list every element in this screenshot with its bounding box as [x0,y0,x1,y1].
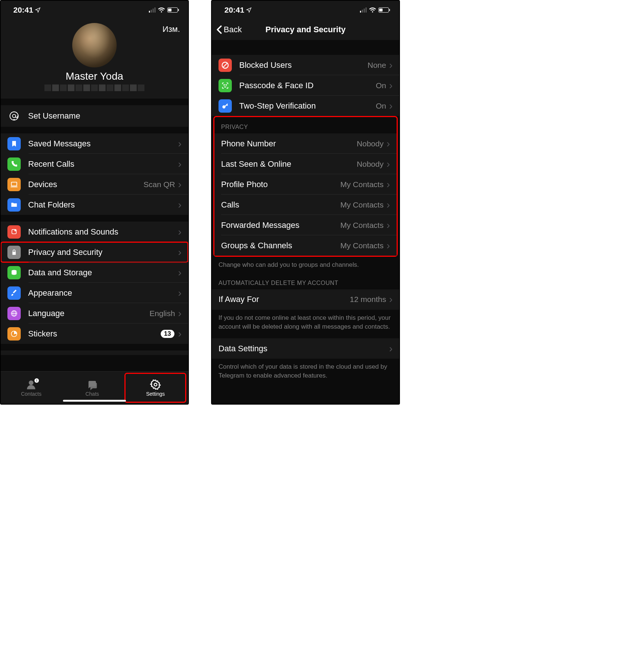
key-icon [218,99,232,113]
battery-icon [378,7,389,13]
chevron-right-icon: › [178,226,181,238]
svg-point-0 [10,112,19,120]
chevron-right-icon: › [387,158,390,170]
contacts-icon: ! [25,379,37,390]
phone-number-row[interactable]: Phone Number Nobody › [214,133,397,154]
signal-icon [360,7,367,13]
language-row[interactable]: Language English › [1,303,188,323]
chevron-right-icon: › [178,246,181,258]
chevron-right-icon: › [178,287,181,299]
svg-point-1 [13,114,16,118]
status-bar: 20:41 [1,1,188,19]
chevron-right-icon: › [178,179,181,190]
bookmark-icon [7,137,21,150]
appearance-row[interactable]: Appearance › [1,283,188,303]
wifi-icon [158,6,165,14]
chevron-right-icon: › [178,267,181,279]
last-seen-row[interactable]: Last Seen & Online Nobody › [214,154,397,174]
calls-row[interactable]: Calls My Contacts › [214,195,397,215]
data-storage-row[interactable]: Data and Storage › [1,262,188,283]
data-settings-row[interactable]: Data Settings › [212,338,399,359]
blocked-users-row[interactable]: Blocked Users None › [212,55,399,75]
brush-icon [7,286,21,300]
at-icon [7,109,21,123]
passcode-row[interactable]: Passcode & Face ID On › [212,75,399,96]
wifi-icon [369,6,376,14]
folder-icon [7,198,21,212]
tab-settings[interactable]: Settings [125,373,186,402]
if-away-row[interactable]: If Away For 12 months › [212,289,399,310]
chevron-right-icon: › [178,308,181,319]
chevron-right-icon: › [387,199,390,211]
saved-messages-row[interactable]: Saved Messages › [1,133,188,154]
settings-screen: 20:41 Изм. Master Yoda Set Username Save… [0,0,189,405]
signal-icon [149,7,156,13]
chat-folders-row[interactable]: Chat Folders › [1,195,188,215]
svg-point-19 [223,105,226,108]
username-label: Set Username [28,111,80,121]
face-id-icon [218,79,232,92]
location-arrow-icon [246,7,252,13]
chevron-right-icon: › [387,179,390,190]
profile-phone-blurred [1,84,188,91]
privacy-security-screen: 20:41 Back Privacy and Security Blocked … [211,0,400,405]
chevron-right-icon: › [178,158,181,170]
status-bar: 20:41 [212,1,399,19]
chevron-right-icon: › [178,199,181,211]
nav-bar: Back Privacy and Security [212,19,399,40]
home-indicator[interactable] [63,400,126,402]
auto-delete-header: AUTOMATICALLY DELETE MY ACCOUNT [212,272,399,289]
globe-icon [7,307,21,320]
back-button[interactable]: Back [216,25,242,34]
status-time: 20:41 [13,6,33,14]
laptop-icon [7,178,21,191]
chevron-right-icon: › [389,59,393,71]
chevron-right-icon: › [389,80,393,92]
profile-header: Изм. Master Yoda [1,19,188,99]
devices-row[interactable]: Devices Scan QR › [1,174,188,195]
chevron-right-icon: › [389,343,393,355]
privacy-section-header: PRIVACY [214,117,397,133]
sticker-icon [7,327,21,341]
security-section: Blocked Users None › Passcode & Face ID … [212,55,399,116]
chevron-right-icon: › [389,100,393,112]
bell-icon [7,225,21,239]
status-time: 20:41 [224,6,244,14]
blocked-icon [218,59,232,72]
recent-calls-row[interactable]: Recent Calls › [1,154,188,174]
database-icon [7,266,21,279]
two-step-row[interactable]: Two-Step Verification On › [212,96,399,116]
lock-icon [7,246,21,259]
set-username-row[interactable]: Set Username [1,105,188,127]
svg-rect-4 [11,182,17,186]
stickers-row[interactable]: Stickers 13 › [1,323,188,344]
data-settings-footer: Control which of your data is stored in … [212,359,399,382]
chevron-right-icon: › [387,219,390,231]
notifications-row[interactable]: Notifications and Sounds › [1,222,188,242]
svg-point-18 [226,84,227,85]
privacy-section-highlighted: PRIVACY Phone Number Nobody › Last Seen … [213,116,398,257]
chevron-right-icon: › [387,138,390,150]
chevron-right-icon: › [387,240,390,252]
phone-icon [7,157,21,171]
profile-photo-row[interactable]: Profile Photo My Contacts › [214,174,397,195]
privacy-footer: Change who can add you to groups and cha… [212,257,399,272]
svg-point-13 [29,380,34,385]
groups-channels-row[interactable]: Groups & Channels My Contacts › [214,235,397,256]
gear-icon [150,379,161,390]
location-arrow-icon [35,7,41,13]
avatar[interactable] [72,23,117,67]
privacy-security-row[interactable]: Privacy and Security › [1,242,188,262]
svg-point-14 [154,383,157,386]
tab-contacts[interactable]: ! Contacts [1,372,62,404]
chevron-right-icon: › [178,328,181,340]
svg-point-17 [224,84,224,85]
stickers-badge: 13 [161,330,174,338]
forwarded-messages-row[interactable]: Forwarded Messages My Contacts › [214,215,397,235]
tab-chats[interactable]: Chats [62,372,123,404]
profile-name: Master Yoda [1,70,188,82]
chevron-right-icon: › [389,293,393,305]
svg-line-16 [223,63,227,67]
chats-icon [86,379,99,390]
edit-button[interactable]: Изм. [163,24,180,34]
